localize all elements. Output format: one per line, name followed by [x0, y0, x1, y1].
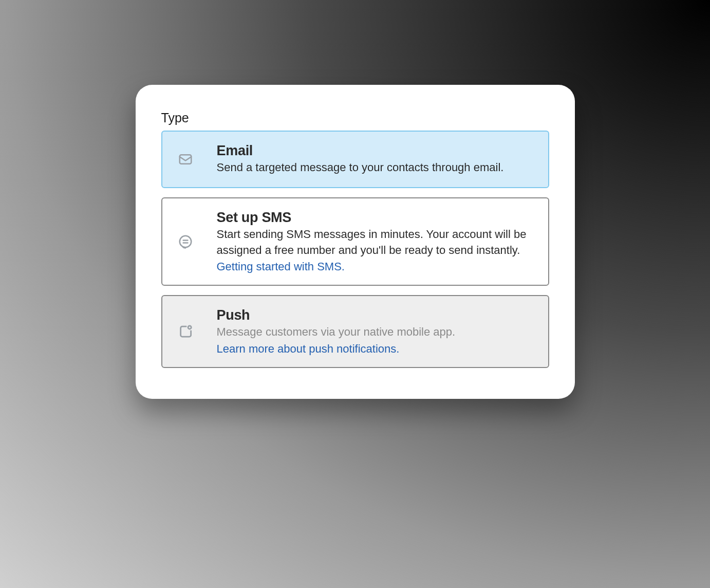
- option-sms-title: Set up SMS: [217, 210, 533, 226]
- push-icon: [178, 324, 202, 339]
- option-sms-content: Set up SMS Start sending SMS messages in…: [217, 210, 533, 274]
- option-push-title: Push: [217, 307, 533, 323]
- option-email-content: Email Send a targeted message to your co…: [217, 143, 533, 176]
- option-push[interactable]: Push Message customers via your native m…: [161, 295, 549, 368]
- svg-point-4: [188, 326, 191, 329]
- option-email[interactable]: Email Send a targeted message to your co…: [161, 131, 549, 188]
- option-push-content: Push Message customers via your native m…: [217, 307, 533, 356]
- svg-point-1: [179, 236, 191, 248]
- section-label: Type: [161, 111, 549, 125]
- option-sms-description: Start sending SMS messages in minutes. Y…: [217, 227, 533, 259]
- option-push-link[interactable]: Learn more about push notifications.: [217, 342, 400, 356]
- option-email-description: Send a targeted message to your contacts…: [217, 160, 533, 176]
- option-email-title: Email: [217, 143, 533, 159]
- email-icon: [178, 152, 202, 167]
- type-selector-card: Type Email Send a targeted message to yo…: [136, 85, 575, 399]
- option-push-description: Message customers via your native mobile…: [217, 324, 533, 340]
- sms-icon: [178, 234, 202, 249]
- option-sms-link[interactable]: Getting started with SMS.: [217, 260, 345, 273]
- option-sms[interactable]: Set up SMS Start sending SMS messages in…: [161, 197, 549, 286]
- svg-rect-0: [179, 155, 191, 164]
